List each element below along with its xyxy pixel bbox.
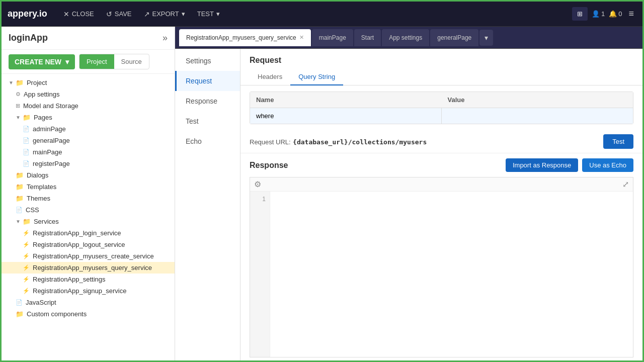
code-content[interactable] [270,192,633,357]
tabs-bar: RegistrationApp_myusers_query_service ✕ … [175,27,642,49]
nav-echo[interactable]: Echo [175,131,240,151]
tree-item-mainpage[interactable]: 📄 mainPage [2,146,175,158]
nav-response[interactable]: Response [175,91,240,111]
tab-mainpage[interactable]: mainPage [312,29,353,46]
tree-item-services[interactable]: ▼ 📁 Services [2,216,175,227]
main-layout: loginApp » CREATE NEW ▾ Project Source ▼… [2,27,642,362]
tab-label-mainpage: mainPage [319,34,346,41]
use-as-echo-button[interactable]: Use as Echo [582,158,633,172]
import-as-response-button[interactable]: Import as Response [506,158,578,172]
export-icon: ↗ [144,10,150,18]
test-request-button[interactable]: Test [603,134,633,149]
users-icon: 👤 [592,10,600,18]
tab-generalpage[interactable]: generalPage [430,29,478,46]
javascript-icon: 📄 [16,299,23,306]
sidebar: loginApp » CREATE NEW ▾ Project Source ▼… [2,27,175,362]
nav-test[interactable]: Test [175,111,240,131]
users-badge: 👤 1 [592,10,605,18]
login-service-icon: ⚡ [23,230,30,236]
tab-close-query-service[interactable]: ✕ [299,34,304,41]
project-view-button[interactable]: Project [79,54,114,69]
tree-item-generalpage[interactable]: 📄 generalPage [2,135,175,146]
col-value-header: Value [442,96,633,104]
tree-item-css[interactable]: 📄 CSS [2,204,175,216]
themes-folder-icon: 📁 [16,195,24,202]
tree-item-adminpage[interactable]: 📄 adminPage [2,123,175,135]
request-url-row: Request URL: {database_url}/collections/… [240,130,642,153]
settings-service-icon: ⚡ [23,276,30,283]
sidebar-toolbar: CREATE NEW ▾ Project Source [2,50,175,74]
sidebar-collapse-button[interactable]: » [163,33,168,43]
nav-settings[interactable]: Settings [175,51,240,71]
create-new-button[interactable]: CREATE NEW ▾ [9,54,75,69]
services-chevron-icon: ▼ [16,219,21,224]
signup-service-icon: ⚡ [23,288,30,294]
close-icon: ✕ [63,10,69,18]
export-button[interactable]: ↗ EXPORT ▾ [140,8,189,21]
query-params-table: Name Value [250,92,633,124]
view-toggle: Project Source [79,54,149,69]
tree-item-login-service[interactable]: ⚡ RegistrationApp_login_service [2,227,175,239]
tab-app-settings[interactable]: App settings [382,29,429,46]
app-settings-icon: ⚙ [16,91,21,98]
save-button[interactable]: ↺ SAVE [102,8,136,21]
tree-item-dialogs[interactable]: 📁 Dialogs [2,169,175,181]
response-actions: Import as Response Use as Echo [506,158,633,172]
request-url-container: Request URL: {database_url}/collections/… [250,137,427,146]
line-numbers: 1 [250,192,270,357]
query-value-input[interactable] [442,108,633,124]
tree-item-settings-service[interactable]: ⚡ RegistrationApp_settings [2,274,175,285]
tree-item-javascript[interactable]: 📄 JavaScript [2,297,175,308]
tree-item-create-service[interactable]: ⚡ RegistrationApp_myusers_create_service [2,250,175,262]
topbar: appery.io ✕ CLOSE ↺ SAVE ↗ EXPORT ▾ TEST… [2,2,642,27]
tree-item-model-storage[interactable]: ⊞ Model and Storage [2,100,175,112]
topbar-right: ⊞ 👤 1 🔔 0 ≡ [572,6,636,22]
response-header: Response Import as Response Use as Echo [240,153,642,177]
bell-icon: 🔔 [609,10,617,18]
query-table-row [250,108,633,124]
tree-item-signup-service[interactable]: ⚡ RegistrationApp_signup_service [2,285,175,297]
logo: appery.io [8,9,47,19]
file-tree: ▼ 📁 Project ⚙ App settings ⊞ Model and S… [2,74,175,362]
tree-item-registerpage[interactable]: 📄 registerPage [2,158,175,169]
notifications-badge: 🔔 0 [609,10,622,18]
tree-item-query-service[interactable]: ⚡ RegistrationApp_myusers_query_service [2,262,175,274]
main-panel: Request Headers Query String Name Value [240,49,642,362]
query-name-input[interactable] [250,108,442,124]
project-chevron-icon: ▼ [9,80,14,85]
tab-start[interactable]: Start [354,29,381,46]
export-dropdown-icon: ▾ [182,10,185,18]
create-service-icon: ⚡ [23,253,30,259]
model-storage-icon: ⊞ [16,103,20,109]
code-expand-icon[interactable]: ⤢ [622,179,629,189]
project-folder-icon: 📁 [16,79,24,86]
adminpage-icon: 📄 [23,126,30,132]
hamburger-button[interactable]: ≡ [626,6,636,22]
query-table-header: Name Value [250,92,633,108]
line-number-1: 1 [254,196,266,203]
tab-overflow-button[interactable]: ▾ [479,30,493,46]
close-button[interactable]: ✕ CLOSE [59,8,98,21]
tree-item-custom-components[interactable]: 📁 Custom components [2,308,175,320]
create-new-dropdown-icon: ▾ [65,58,69,66]
nav-request[interactable]: Request [175,71,240,91]
response-code-area: ⚙ ⤢ 1 [250,177,633,357]
source-view-button[interactable]: Source [114,54,149,69]
sidebar-header: loginApp » [2,27,175,50]
tab-label-generalpage: generalPage [437,34,471,41]
code-settings-icon[interactable]: ⚙ [254,179,261,189]
tree-item-project[interactable]: ▼ 📁 Project [2,77,175,88]
tab-headers[interactable]: Headers [250,69,290,85]
tab-query-service[interactable]: RegistrationApp_myusers_query_service ✕ [179,29,311,46]
tree-item-themes[interactable]: 📁 Themes [2,193,175,204]
tree-item-logout-service[interactable]: ⚡ RegistrationApp_logout_service [2,239,175,250]
tree-item-pages[interactable]: ▼ 📁 Pages [2,112,175,123]
tree-item-templates[interactable]: 📁 Templates [2,181,175,193]
middle-layout: Settings Request Response Test Echo Requ [175,49,642,362]
logout-service-icon: ⚡ [23,241,30,248]
tree-item-app-settings[interactable]: ⚙ App settings [2,88,175,100]
metrics-button[interactable]: ⊞ [572,7,588,21]
col-name-header: Name [250,96,442,104]
tab-query-string[interactable]: Query String [290,69,343,85]
test-button[interactable]: TEST ▾ [193,8,224,20]
